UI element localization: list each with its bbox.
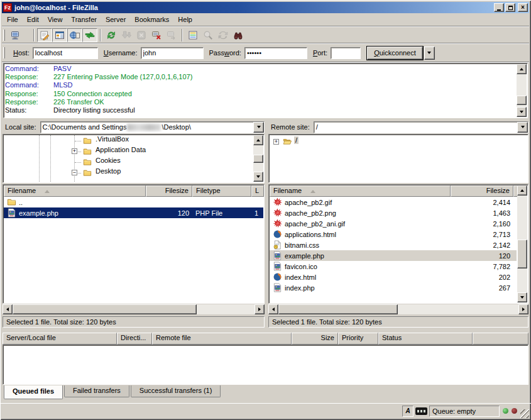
scroll-down-button[interactable] bbox=[517, 107, 527, 117]
filename-text: applications.html bbox=[285, 229, 336, 240]
collapse-icon[interactable]: − bbox=[72, 170, 77, 175]
tree-item--virtualbox[interactable]: .VirtualBox bbox=[94, 135, 130, 143]
scroll-up-button[interactable] bbox=[517, 64, 527, 74]
column-header-l[interactable]: L bbox=[251, 185, 264, 197]
toggle-transfer-queue-button[interactable] bbox=[82, 28, 97, 42]
toggle-remote-tree-button[interactable] bbox=[67, 28, 82, 42]
drag-handle[interactable] bbox=[3, 30, 5, 41]
column-header-filesize[interactable]: Filesize bbox=[146, 185, 192, 197]
queue-column-priority[interactable]: Priority bbox=[338, 333, 378, 345]
local-path-dropdown-button[interactable] bbox=[253, 122, 264, 133]
menu-item-file[interactable]: File bbox=[3, 14, 23, 25]
minimize-button[interactable] bbox=[494, 3, 504, 12]
site-manager-button[interactable] bbox=[8, 28, 23, 42]
file-row-index-php[interactable]: index.php267 bbox=[270, 282, 517, 293]
local-tree-scrollbar[interactable] bbox=[253, 135, 263, 182]
drag-handle[interactable] bbox=[3, 47, 5, 58]
remote-path-dropdown-button[interactable] bbox=[517, 122, 528, 133]
close-icon: × bbox=[521, 4, 525, 11]
scroll-left-button[interactable] bbox=[268, 304, 278, 314]
message-log-scrollbar[interactable] bbox=[517, 64, 527, 117]
scroll-right-button[interactable] bbox=[255, 304, 265, 314]
disconnect-button[interactable] bbox=[149, 28, 164, 42]
menu-item-server[interactable]: Server bbox=[101, 14, 130, 25]
menu-item-transfer[interactable]: Transfer bbox=[67, 14, 101, 25]
remote-list-scrollbar[interactable] bbox=[517, 185, 527, 302]
site-manager-dropdown-button[interactable] bbox=[23, 28, 31, 42]
queue-column-size[interactable]: Size bbox=[292, 333, 338, 345]
scroll-thumb[interactable] bbox=[278, 304, 398, 314]
transfer-queue-body[interactable] bbox=[3, 345, 528, 385]
toggle-local-tree-button[interactable] bbox=[52, 28, 67, 42]
remote-list-hscrollbar[interactable] bbox=[268, 304, 528, 314]
port-input[interactable] bbox=[331, 47, 361, 59]
local-directory-tree: .VirtualBox+Application DataCookies−Desk… bbox=[3, 134, 265, 183]
queue-column-server-local-file[interactable]: Server/Local file bbox=[3, 333, 117, 345]
scroll-down-button[interactable] bbox=[517, 292, 527, 302]
file-row-bitnami-css[interactable]: bitnami.css2,142 bbox=[270, 240, 517, 250]
tab-queued-files[interactable]: Queued files bbox=[4, 385, 63, 399]
menu-item-edit[interactable]: Edit bbox=[23, 14, 43, 25]
filename-cell: .. bbox=[4, 197, 146, 207]
file-row-favicon-ico[interactable]: favicon.ico7,782 bbox=[270, 261, 517, 272]
maximize-button[interactable] bbox=[505, 3, 515, 12]
column-header-label: L bbox=[255, 187, 259, 194]
queue-column-directi-[interactable]: Directi... bbox=[117, 333, 152, 345]
host-input[interactable] bbox=[33, 47, 98, 59]
folder-icon bbox=[82, 169, 92, 177]
expand-icon[interactable]: + bbox=[273, 139, 279, 145]
queue-column-status[interactable]: Status bbox=[378, 333, 473, 345]
file-row--[interactable]: .. bbox=[4, 197, 263, 207]
quickconnect-bar: Host: Username: Password: Port: Quickcon… bbox=[2, 44, 529, 62]
toolbar-separator bbox=[33, 29, 35, 41]
scroll-up-button[interactable] bbox=[517, 185, 527, 196]
quickconnect-dropdown-button[interactable] bbox=[424, 47, 435, 60]
queue-status: Queue: empty bbox=[429, 406, 500, 417]
tree-item-desktop[interactable]: Desktop bbox=[94, 167, 122, 175]
column-header-filename[interactable]: Filename bbox=[4, 185, 146, 197]
local-list-hscrollbar[interactable] bbox=[3, 304, 265, 314]
scroll-thumb[interactable] bbox=[13, 304, 197, 314]
username-input[interactable] bbox=[141, 47, 204, 59]
remote-path-combobox[interactable]: / bbox=[314, 121, 528, 133]
column-header-filesize[interactable]: Filesize bbox=[451, 185, 513, 197]
scroll-thumb[interactable] bbox=[517, 240, 527, 268]
arrow-down-icon bbox=[520, 296, 524, 301]
menu-item-bookmarks[interactable]: Bookmarks bbox=[130, 14, 173, 25]
file-row-apache-pb2-ani-gif[interactable]: apache_pb2_ani.gif2,160 bbox=[270, 218, 517, 229]
tab-successful-transfers-1-[interactable]: Successful transfers (1) bbox=[131, 385, 221, 397]
scroll-up-button[interactable] bbox=[253, 135, 263, 145]
quickconnect-button[interactable]: Quickconnect bbox=[367, 47, 423, 60]
tree-item-root[interactable]: / bbox=[294, 136, 298, 144]
find-files-button[interactable] bbox=[231, 28, 246, 42]
filter-button[interactable] bbox=[185, 28, 200, 42]
file-row-apache-pb2-png[interactable]: apache_pb2.png1,463 bbox=[270, 207, 517, 218]
file-row-index-html[interactable]: index.html202 bbox=[270, 272, 517, 282]
menu-item-view[interactable]: View bbox=[43, 14, 67, 25]
file-row-example-php[interactable]: example.php120PHP File1 bbox=[4, 207, 263, 218]
scroll-left-button[interactable] bbox=[3, 304, 13, 314]
toggle-message-log-button[interactable] bbox=[37, 28, 52, 42]
resize-grip[interactable] bbox=[520, 409, 529, 418]
scroll-thumb[interactable] bbox=[253, 155, 263, 163]
column-header-filetype[interactable]: Filetype bbox=[192, 185, 251, 197]
queue-column-remote-file[interactable]: Remote file bbox=[152, 333, 292, 345]
filename-text: index.php bbox=[285, 283, 315, 293]
file-row-apache-pb2-gif[interactable]: apache_pb2.gif2,414 bbox=[270, 197, 517, 207]
tab-failed-transfers[interactable]: Failed transfers bbox=[64, 385, 129, 397]
tree-connector bbox=[75, 162, 81, 163]
scroll-right-button[interactable] bbox=[518, 304, 528, 314]
column-header-filename[interactable]: Filename bbox=[270, 185, 451, 197]
tree-item-cookies[interactable]: Cookies bbox=[94, 157, 122, 164]
file-row-example-php[interactable]: example.php120 bbox=[270, 250, 517, 261]
local-path-combobox[interactable]: C:\Documents and Settings\Desktop\ bbox=[40, 121, 265, 133]
close-button[interactable]: × bbox=[518, 3, 528, 12]
refresh-button[interactable] bbox=[104, 28, 119, 42]
password-input[interactable] bbox=[244, 47, 307, 59]
file-row-applications-html[interactable]: applications.html2,713 bbox=[270, 229, 517, 240]
scroll-down-button[interactable] bbox=[253, 172, 263, 182]
tree-item-application-data[interactable]: Application Data bbox=[94, 146, 147, 153]
scroll-thumb[interactable] bbox=[517, 96, 527, 105]
menu-item-help[interactable]: Help bbox=[173, 14, 197, 25]
expand-icon[interactable]: + bbox=[72, 148, 77, 154]
